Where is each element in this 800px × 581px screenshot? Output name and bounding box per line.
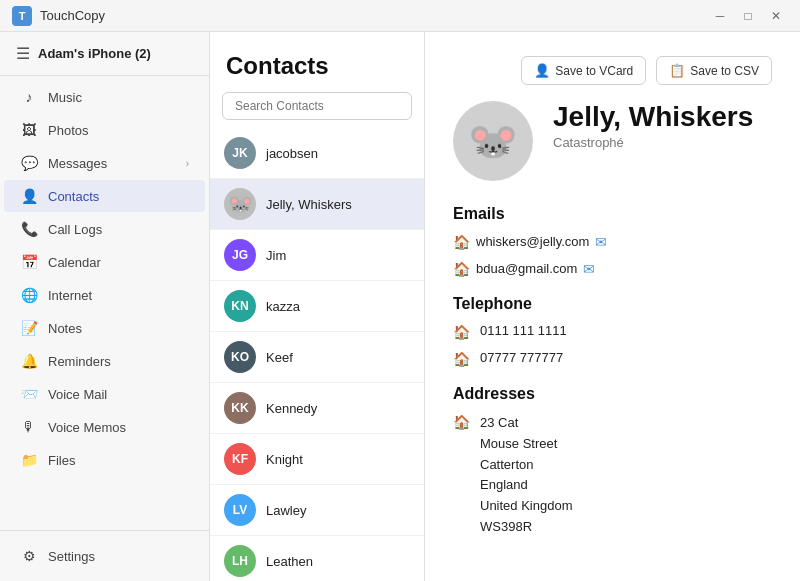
call-logs-icon: 📞 xyxy=(20,221,38,237)
sidebar-label-photos: Photos xyxy=(48,123,189,138)
detail-name: Jelly, Whiskers xyxy=(553,101,753,133)
contact-name-jim: Jim xyxy=(266,248,286,263)
sidebar: ☰ Adam's iPhone (2) ♪ Music 🖼 Photos 💬 M… xyxy=(0,32,210,581)
sidebar-label-voice-memos: Voice Memos xyxy=(48,420,189,435)
sidebar-item-call-logs[interactable]: 📞 Call Logs xyxy=(4,213,205,245)
contact-name-keef: Keef xyxy=(266,350,293,365)
voice-memos-icon: 🎙 xyxy=(20,419,38,435)
sidebar-label-calendar: Calendar xyxy=(48,255,189,270)
device-name: Adam's iPhone (2) xyxy=(38,46,151,61)
detail-name-block: Jelly, Whiskers Catastrophé xyxy=(553,101,753,150)
sidebar-item-calendar[interactable]: 📅 Calendar xyxy=(4,246,205,278)
sidebar-item-messages[interactable]: 💬 Messages › xyxy=(4,147,205,179)
contacts-panel-header: Contacts xyxy=(210,32,424,92)
email-link-icon-2[interactable]: ✉ xyxy=(583,261,595,277)
sidebar-label-call-logs: Call Logs xyxy=(48,222,189,237)
sidebar-label-reminders: Reminders xyxy=(48,354,189,369)
contact-list: JK jacobsen 🐭 Jelly, Whiskers JG Jim KN … xyxy=(210,128,424,581)
app-icon: T xyxy=(12,6,32,26)
search-box xyxy=(222,92,412,120)
sidebar-label-settings: Settings xyxy=(48,549,189,564)
contact-avatar-jim: JG xyxy=(224,239,256,271)
contact-name-kennedy: Kennedy xyxy=(266,401,317,416)
search-input[interactable] xyxy=(222,92,412,120)
title-bar: T TouchCopy ─ □ ✕ xyxy=(0,0,800,32)
detail-subtitle: Catastrophé xyxy=(553,135,753,150)
building-icon-2: 🏠 xyxy=(453,261,470,277)
sidebar-label-files: Files xyxy=(48,453,189,468)
sidebar-label-notes: Notes xyxy=(48,321,189,336)
sidebar-label-music: Music xyxy=(48,90,189,105)
sidebar-item-contacts[interactable]: 👤 Contacts xyxy=(4,180,205,212)
contact-item-knight[interactable]: KF Knight xyxy=(210,434,424,485)
sidebar-item-settings[interactable]: ⚙ Settings xyxy=(4,540,205,572)
reminders-icon: 🔔 xyxy=(20,353,38,369)
contact-item-jim[interactable]: JG Jim xyxy=(210,230,424,281)
sidebar-label-contacts: Contacts xyxy=(48,189,189,204)
telephone-title: Telephone xyxy=(453,295,772,313)
voice-mail-icon: 📨 xyxy=(20,386,38,402)
phone-value-1: 0111 111 1111 xyxy=(480,323,567,338)
contact-item-kennedy[interactable]: KK Kennedy xyxy=(210,383,424,434)
building-icon-1: 🏠 xyxy=(453,234,470,250)
contact-item-leathen[interactable]: LH Leathen xyxy=(210,536,424,581)
music-icon: ♪ xyxy=(20,89,38,105)
app-title: TouchCopy xyxy=(40,8,105,23)
phone-home-icon-1: 🏠 xyxy=(453,324,470,340)
calendar-icon: 📅 xyxy=(20,254,38,270)
csv-icon: 📋 xyxy=(669,63,685,78)
email-value-1: whiskers@jelly.com xyxy=(476,234,589,249)
contact-item-lawley[interactable]: LV Lawley xyxy=(210,485,424,536)
address-text: 23 CatMouse StreetCattertonEnglandUnited… xyxy=(480,413,573,538)
address-home-icon: 🏠 xyxy=(453,414,470,430)
contact-avatar-keef: KO xyxy=(224,341,256,373)
contact-avatar-leathen: LH xyxy=(224,545,256,577)
sidebar-label-voice-mail: Voice Mail xyxy=(48,387,189,402)
contact-item-jacobsen[interactable]: JK jacobsen xyxy=(210,128,424,179)
app-body: ☰ Adam's iPhone (2) ♪ Music 🖼 Photos 💬 M… xyxy=(0,32,800,581)
phone-row-2: 🏠 07777 777777 xyxy=(453,350,772,367)
contact-item-kazza[interactable]: KN kazza xyxy=(210,281,424,332)
sidebar-item-reminders[interactable]: 🔔 Reminders xyxy=(4,345,205,377)
phone-home-icon-2: 🏠 xyxy=(453,351,470,367)
sidebar-item-photos[interactable]: 🖼 Photos xyxy=(4,114,205,146)
contact-name-jelly-whiskers: Jelly, Whiskers xyxy=(266,197,352,212)
files-icon: 📁 xyxy=(20,452,38,468)
sidebar-footer: ⚙ Settings xyxy=(0,530,209,581)
sidebar-item-voice-mail[interactable]: 📨 Voice Mail xyxy=(4,378,205,410)
sidebar-nav: ♪ Music 🖼 Photos 💬 Messages › 👤 Contacts… xyxy=(0,76,209,530)
contact-avatar-lawley: LV xyxy=(224,494,256,526)
menu-icon[interactable]: ☰ xyxy=(16,44,30,63)
email-link-icon-1[interactable]: ✉ xyxy=(595,234,607,250)
address-row-1: 🏠 23 CatMouse StreetCattertonEnglandUnit… xyxy=(453,413,772,538)
vcard-icon: 👤 xyxy=(534,63,550,78)
save-csv-button[interactable]: 📋 Save to CSV xyxy=(656,56,772,85)
phone-value-2: 07777 777777 xyxy=(480,350,563,365)
contact-name-knight: Knight xyxy=(266,452,303,467)
close-button[interactable]: ✕ xyxy=(764,6,788,26)
contacts-icon: 👤 xyxy=(20,188,38,204)
sidebar-label-messages: Messages xyxy=(48,156,176,171)
maximize-button[interactable]: □ xyxy=(736,6,760,26)
sidebar-item-voice-memos[interactable]: 🎙 Voice Memos xyxy=(4,411,205,443)
minimize-button[interactable]: ─ xyxy=(708,6,732,26)
sidebar-label-internet: Internet xyxy=(48,288,189,303)
email-row-2: 🏠 bdua@gmail.com ✉ xyxy=(453,260,772,277)
contact-list-panel: Contacts JK jacobsen 🐭 Jelly, Whiskers J… xyxy=(210,32,425,581)
contact-name-lawley: Lawley xyxy=(266,503,306,518)
contact-name-kazza: kazza xyxy=(266,299,300,314)
contact-item-jelly-whiskers[interactable]: 🐭 Jelly, Whiskers xyxy=(210,179,424,230)
save-vcard-button[interactable]: 👤 Save to VCard xyxy=(521,56,646,85)
title-bar-left: T TouchCopy xyxy=(12,6,105,26)
detail-avatar: 🐭 xyxy=(453,101,533,181)
chevron-icon: › xyxy=(186,158,189,169)
photos-icon: 🖼 xyxy=(20,122,38,138)
window-controls[interactable]: ─ □ ✕ xyxy=(708,6,788,26)
contact-name-jacobsen: jacobsen xyxy=(266,146,318,161)
sidebar-item-internet[interactable]: 🌐 Internet xyxy=(4,279,205,311)
contact-avatar-kennedy: KK xyxy=(224,392,256,424)
sidebar-item-files[interactable]: 📁 Files xyxy=(4,444,205,476)
contact-item-keef[interactable]: KO Keef xyxy=(210,332,424,383)
sidebar-item-notes[interactable]: 📝 Notes xyxy=(4,312,205,344)
sidebar-item-music[interactable]: ♪ Music xyxy=(4,81,205,113)
